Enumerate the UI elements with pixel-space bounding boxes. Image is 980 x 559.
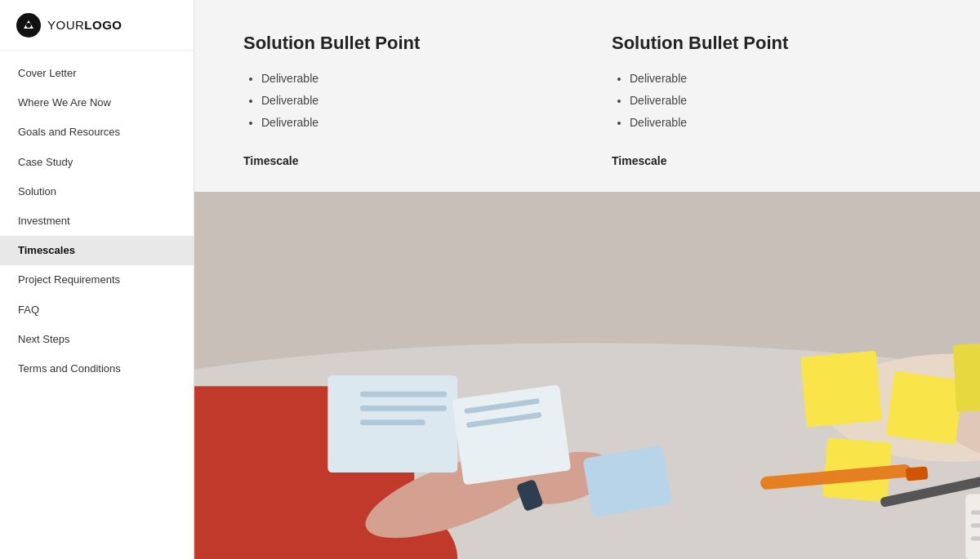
list-item: Deliverable bbox=[261, 114, 563, 131]
sidebar-item-terms-and-conditions[interactable]: Terms and Conditions bbox=[0, 354, 194, 384]
logo-text: YOURLOGO bbox=[47, 18, 122, 32]
bullet-column-1: Solution Bullet PointDeliverableDelivera… bbox=[243, 33, 563, 167]
list-item: Deliverable bbox=[630, 114, 931, 131]
sidebar-item-cover-letter[interactable]: Cover Letter bbox=[0, 59, 194, 88]
svg-rect-23 bbox=[360, 392, 447, 397]
top-section: Solution Bullet PointDeliverableDelivera… bbox=[194, 0, 980, 192]
workspace-image bbox=[194, 192, 980, 559]
svg-rect-16 bbox=[800, 351, 882, 428]
sidebar: YOURLOGO Cover LetterWhere We Are NowGoa… bbox=[0, 0, 194, 559]
bullet-list-2: DeliverableDeliverableDeliverable bbox=[612, 70, 931, 136]
list-item: Deliverable bbox=[261, 92, 563, 109]
list-item: Deliverable bbox=[261, 70, 563, 87]
svg-rect-17 bbox=[885, 370, 964, 445]
list-item: Deliverable bbox=[630, 92, 931, 109]
sidebar-item-solution[interactable]: Solution bbox=[0, 177, 194, 206]
bullet-list-1: DeliverableDeliverableDeliverable bbox=[243, 70, 563, 136]
svg-rect-26 bbox=[452, 384, 571, 485]
sidebar-item-next-steps[interactable]: Next Steps bbox=[0, 325, 194, 354]
bottom-image-section bbox=[194, 192, 980, 559]
list-item: Deliverable bbox=[630, 70, 931, 87]
timescale-label-2: Timescale bbox=[612, 154, 931, 167]
bullet-title-2: Solution Bullet Point bbox=[612, 33, 931, 54]
svg-point-1 bbox=[26, 23, 31, 28]
bullet-column-2: Solution Bullet PointDeliverableDelivera… bbox=[612, 33, 931, 167]
svg-rect-39 bbox=[971, 536, 980, 540]
svg-rect-37 bbox=[971, 510, 980, 514]
logo-area: YOURLOGO bbox=[0, 0, 194, 51]
sidebar-item-timescales[interactable]: Timescales bbox=[0, 236, 194, 265]
svg-rect-18 bbox=[953, 341, 980, 412]
sidebar-item-case-study[interactable]: Case Study bbox=[0, 148, 194, 177]
sidebar-item-investment[interactable]: Investment bbox=[0, 206, 194, 236]
svg-rect-38 bbox=[971, 523, 980, 527]
sidebar-item-project-requirements[interactable]: Project Requirements bbox=[0, 265, 194, 295]
svg-rect-30 bbox=[906, 466, 929, 481]
timescale-label-1: Timescale bbox=[243, 154, 563, 167]
logo-icon bbox=[16, 13, 41, 38]
sidebar-item-goals-and-resources[interactable]: Goals and Resources bbox=[0, 118, 194, 147]
sidebar-item-where-we-are-now[interactable]: Where We Are Now bbox=[0, 88, 194, 118]
svg-rect-24 bbox=[360, 406, 447, 411]
main-content: Solution Bullet PointDeliverableDelivera… bbox=[194, 0, 980, 559]
bullet-title-1: Solution Bullet Point bbox=[243, 33, 563, 54]
sidebar-nav: Cover LetterWhere We Are NowGoals and Re… bbox=[0, 51, 194, 392]
sidebar-item-faq[interactable]: FAQ bbox=[0, 295, 194, 325]
svg-rect-25 bbox=[360, 419, 425, 425]
